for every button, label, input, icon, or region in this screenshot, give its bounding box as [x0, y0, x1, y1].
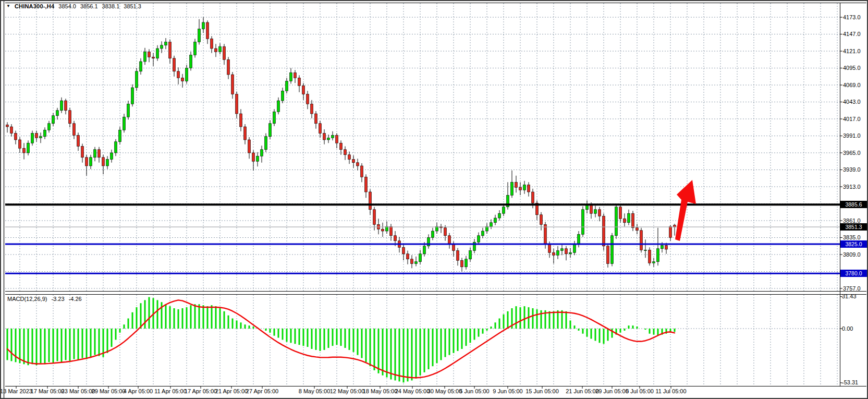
price-tick-label: 4147.0	[843, 31, 867, 37]
ohlc-high: 3856.1	[80, 3, 98, 9]
time-axis-label: 9 Jun 05:00	[493, 388, 523, 394]
macd-tick-label: -53.31	[842, 379, 858, 385]
price-tick-label: 3991.0	[843, 132, 867, 139]
price-badge: 3885.6	[840, 201, 867, 208]
hlines-layer	[5, 204, 840, 273]
price-tick-label: 3757.0	[843, 285, 867, 292]
time-axis-label: 24 May 05:00	[395, 388, 430, 394]
price-tick-label: 4095.0	[843, 65, 867, 71]
chevron-down-icon[interactable]: ▼	[6, 4, 10, 8]
time-axis-label: 30 May 05:00	[427, 388, 462, 394]
time-axis-label: 29 Mar 05:00	[92, 388, 126, 394]
time-axis-label: 21 Jun 05:00	[566, 388, 599, 394]
time-axis-label: 4 Apr 05:00	[124, 388, 153, 394]
price-tick-label: 3861.0	[843, 217, 867, 224]
price-tick-label: 3965.0	[843, 150, 867, 156]
time-axis-label: 15 Jun 05:00	[525, 388, 559, 394]
price-tick-label: 3939.0	[843, 166, 867, 173]
ohlc-low: 3838.1	[102, 3, 120, 9]
price-tick-label: 4043.0	[843, 99, 867, 105]
macd-indicator-label: MACD(12,26,9) -3.23 -4.26	[7, 296, 84, 302]
up-arrow-annotation[interactable]	[675, 180, 696, 241]
macd-tick-label: 31.43	[842, 293, 857, 299]
price-tick-label: 4173.0	[843, 14, 867, 20]
time-axis-label: 23 Mar 05:00	[62, 388, 95, 394]
time-axis-label: 21 Apr 05:00	[215, 388, 248, 394]
macd-layer	[7, 297, 675, 383]
price-tick-label: 3809.0	[843, 251, 867, 258]
time-axis-label: 5 Jul 05:00	[626, 388, 654, 394]
ohlc-open: 3854.0	[58, 3, 76, 9]
time-axis-label: 18 May 05:00	[363, 388, 398, 394]
time-axis-label: 29 Jun 05:00	[595, 388, 629, 394]
time-axis-label: 17 Apr 05:00	[185, 388, 217, 394]
time-axis-label: 8 May 05:00	[299, 388, 331, 394]
chart-header: ▼ CHINA300-,H4 3854.0 3856.1 3838.1 3851…	[6, 2, 141, 10]
chart-canvas[interactable]	[1, 1, 868, 399]
price-tick-label: 4069.0	[843, 82, 867, 88]
time-axis-label: 27 Apr 05:00	[246, 388, 278, 394]
trading-chart-window: ▼ CHINA300-,H4 3854.0 3856.1 3838.1 3851…	[0, 0, 868, 399]
grid-layer	[5, 3, 840, 386]
macd-value-main: -3.23	[51, 296, 64, 302]
macd-title: MACD(12,26,9)	[7, 296, 47, 302]
price-tick-label: 3913.0	[843, 184, 867, 190]
time-axis-label: 12 May 05:00	[330, 388, 365, 394]
symbol-period-label: CHINA300-,H4	[15, 3, 54, 9]
candles-layer	[6, 17, 676, 272]
time-axis-label: 17 Mar 05:00	[31, 388, 65, 394]
time-axis-label: 13 Mar 2023	[0, 388, 32, 394]
price-badge: 3780.0	[840, 270, 867, 277]
time-axis-label: 5 Jun 05:00	[459, 388, 490, 394]
price-tick-label: 4017.0	[843, 116, 867, 122]
macd-value-signal: -4.26	[69, 296, 82, 302]
price-badge: 3825.0	[840, 240, 867, 248]
price-tick-label: 3835.0	[843, 234, 867, 240]
price-badge: 3851.3	[840, 223, 867, 231]
price-tick-label: 4121.0	[843, 48, 867, 54]
time-axis-label: 11 Jul 05:00	[655, 388, 686, 394]
ohlc-close: 3851.3	[124, 3, 141, 9]
time-axis-label: 11 Apr 05:00	[154, 388, 187, 394]
macd-tick-label: 0.00	[842, 325, 853, 332]
